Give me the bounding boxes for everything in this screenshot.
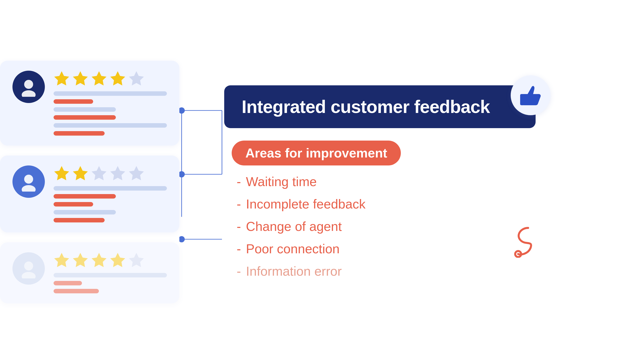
card-3-content bbox=[54, 252, 167, 293]
svg-marker-2 bbox=[55, 72, 68, 85]
page-title: Integrated customer feedback bbox=[242, 97, 490, 117]
line bbox=[54, 123, 167, 128]
dash: - bbox=[237, 174, 241, 189]
line-accent bbox=[54, 218, 105, 222]
improvement-text-information-error: Information error bbox=[246, 264, 342, 279]
line bbox=[54, 186, 167, 190]
svg-point-27 bbox=[179, 236, 185, 242]
line-accent bbox=[54, 289, 99, 293]
card-2-content bbox=[54, 166, 167, 222]
svg-point-0 bbox=[24, 80, 33, 89]
feedback-card-1 bbox=[0, 61, 179, 146]
improvement-item-incomplete-feedback: - Incomplete feedback bbox=[237, 196, 536, 212]
line-accent bbox=[54, 194, 116, 198]
svg-point-23 bbox=[179, 107, 185, 114]
svg-rect-29 bbox=[520, 94, 525, 105]
improvement-item-information-error: - Information error bbox=[237, 264, 536, 279]
improvement-item-change-of-agent: - Change of agent bbox=[237, 219, 536, 234]
right-panel: Integrated customer feedback Areas for i… bbox=[224, 85, 536, 279]
feedback-card-2 bbox=[0, 156, 179, 232]
svg-marker-4 bbox=[92, 72, 106, 85]
svg-point-15 bbox=[22, 272, 36, 278]
dash: - bbox=[237, 196, 241, 212]
line bbox=[54, 107, 116, 112]
svg-point-25 bbox=[179, 171, 185, 177]
card-1-content bbox=[54, 71, 167, 136]
avatar-1 bbox=[13, 71, 45, 103]
svg-marker-13 bbox=[130, 167, 143, 180]
card-1-stars bbox=[54, 71, 167, 87]
improvement-badge: Areas for improvement bbox=[232, 140, 401, 166]
dash: - bbox=[237, 241, 241, 256]
svg-marker-12 bbox=[111, 167, 124, 180]
improvement-text-incomplete-feedback: Incomplete feedback bbox=[246, 196, 365, 212]
svg-point-7 bbox=[24, 175, 33, 184]
line-accent bbox=[54, 202, 93, 206]
svg-point-1 bbox=[22, 90, 36, 97]
card-1-lines bbox=[54, 91, 167, 136]
feedback-cards-section bbox=[0, 61, 179, 303]
thumbs-up-bubble bbox=[511, 76, 551, 115]
svg-marker-20 bbox=[130, 254, 143, 266]
improvement-text-change-of-agent: Change of agent bbox=[246, 219, 342, 234]
svg-marker-16 bbox=[55, 254, 68, 266]
line-accent bbox=[54, 281, 82, 286]
card-2-stars bbox=[54, 166, 167, 182]
avatar-3 bbox=[13, 252, 45, 285]
svg-marker-11 bbox=[92, 167, 106, 180]
line-accent bbox=[54, 115, 116, 120]
line-accent bbox=[54, 131, 105, 136]
feedback-card-3 bbox=[0, 242, 179, 303]
squiggle-decoration bbox=[513, 226, 543, 259]
svg-point-8 bbox=[22, 185, 36, 192]
svg-marker-9 bbox=[55, 167, 68, 180]
svg-point-14 bbox=[24, 262, 33, 270]
line bbox=[54, 91, 167, 96]
improvement-section: Areas for improvement - Waiting time - I… bbox=[224, 140, 536, 279]
connector-lines bbox=[179, 64, 224, 300]
svg-marker-5 bbox=[111, 72, 124, 85]
improvement-item-poor-connection: - Poor connection bbox=[237, 241, 536, 256]
svg-marker-3 bbox=[74, 72, 87, 85]
dash: - bbox=[237, 264, 241, 279]
avatar-2 bbox=[13, 166, 45, 198]
improvement-item-waiting-time: - Waiting time bbox=[237, 174, 536, 189]
line bbox=[54, 210, 116, 214]
svg-marker-17 bbox=[74, 254, 87, 266]
improvement-badge-text: Areas for improvement bbox=[245, 146, 387, 160]
improvement-text-waiting-time: Waiting time bbox=[246, 174, 317, 189]
line-accent bbox=[54, 99, 93, 104]
dash: - bbox=[237, 219, 241, 234]
improvement-text-poor-connection: Poor connection bbox=[246, 241, 340, 256]
thumbs-up-icon bbox=[518, 83, 543, 108]
svg-marker-10 bbox=[74, 167, 87, 180]
svg-marker-19 bbox=[111, 254, 124, 266]
svg-marker-18 bbox=[92, 254, 106, 266]
line bbox=[54, 273, 167, 278]
card-3-stars bbox=[54, 252, 167, 268]
header-banner: Integrated customer feedback bbox=[224, 85, 536, 128]
improvement-list: - Waiting time - Incomplete feedback - C… bbox=[232, 174, 536, 279]
svg-marker-6 bbox=[130, 72, 143, 85]
card-3-lines bbox=[54, 273, 167, 293]
card-2-lines bbox=[54, 186, 167, 222]
